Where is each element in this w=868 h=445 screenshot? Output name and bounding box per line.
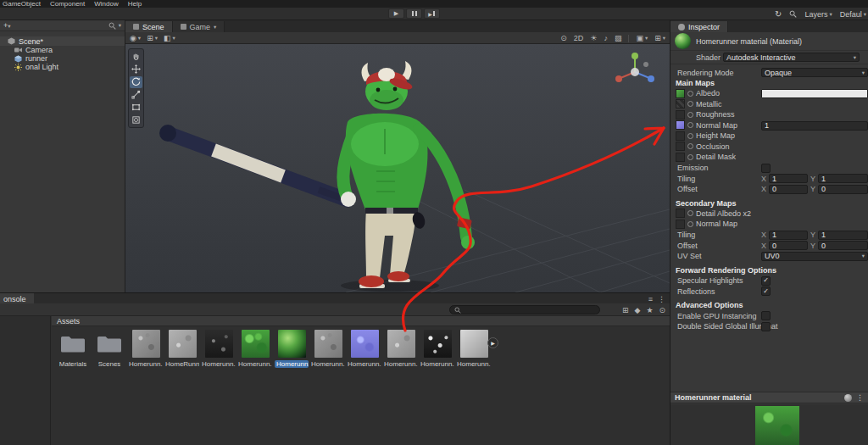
menu-component[interactable]: Component: [50, 0, 85, 8]
chevron-down-icon[interactable]: ▾: [119, 22, 121, 29]
texture-picker-dot[interactable]: [687, 210, 693, 216]
scale-tool[interactable]: [130, 89, 142, 101]
emission-checkbox[interactable]: [761, 164, 771, 173]
audio-toggle-icon[interactable]: ♪: [604, 34, 608, 42]
uv-set-dropdown[interactable]: UV0 ▾: [761, 252, 868, 261]
asset-item-model[interactable]: ▶ Homerunn...: [457, 328, 491, 382]
height-map-texture-slot[interactable]: [676, 131, 685, 141]
search-input[interactable]: [464, 306, 595, 314]
search-icon[interactable]: [108, 22, 116, 30]
hierarchy-item-homerunner[interactable]: runner: [0, 54, 125, 63]
effects-toggle-icon[interactable]: ▨: [615, 34, 622, 42]
albedo-texture-slot[interactable]: [676, 89, 685, 98]
menu-help[interactable]: Help: [128, 0, 142, 8]
hand-tool[interactable]: [130, 51, 142, 63]
asset-item-texture[interactable]: Homerunn...: [384, 328, 418, 382]
menu-icon[interactable]: ≡: [648, 295, 653, 303]
rendering-mode-dropdown[interactable]: Opaque ▾: [761, 68, 868, 77]
move-tool[interactable]: [130, 64, 142, 75]
specular-highlights-checkbox[interactable]: ✓: [761, 276, 771, 286]
rotate-tool[interactable]: [130, 76, 142, 88]
step-button[interactable]: ▶: [424, 8, 440, 19]
asset-item-normal-map[interactable]: Homerunn...: [348, 328, 381, 382]
texture-picker-dot[interactable]: [687, 91, 693, 97]
texture-picker-dot[interactable]: [687, 133, 693, 139]
detail-mask-texture-slot[interactable]: [676, 153, 685, 162]
texture-picker-dot[interactable]: [687, 112, 693, 118]
gpu-instancing-checkbox[interactable]: [761, 311, 771, 320]
asset-item-texture[interactable]: HomeRunn...: [165, 328, 199, 382]
scene-orientation-gizmo[interactable]: [612, 49, 658, 95]
rect-tool[interactable]: [130, 102, 142, 114]
shading-dropdown[interactable]: ◧▾: [164, 34, 175, 42]
sync-icon[interactable]: ↻: [775, 9, 782, 19]
add-dropdown[interactable]: +▾: [3, 21, 11, 30]
view-options-dropdown[interactable]: ⊞▾: [147, 34, 158, 42]
layers-dropdown[interactable]: Layers▾: [804, 10, 832, 19]
sec-offset-x-field[interactable]: 0: [769, 241, 808, 250]
asset-item-texture[interactable]: Homerunn...: [420, 328, 454, 382]
play-button[interactable]: ▶: [388, 8, 404, 19]
hierarchy-scene-header[interactable]: Scene*: [0, 36, 125, 46]
pause-button[interactable]: [406, 8, 422, 19]
texture-picker-dot[interactable]: [687, 221, 693, 227]
kebab-icon[interactable]: ⋮: [658, 295, 665, 303]
reflections-checkbox[interactable]: ✓: [761, 286, 771, 296]
normal-map-scale-field[interactable]: 1: [761, 121, 868, 131]
asset-item-scenes-folder[interactable]: Scenes: [92, 328, 126, 382]
tab-game[interactable]: Game ▾: [173, 21, 225, 32]
gizmos-dropdown[interactable]: ⊞▾: [654, 34, 665, 42]
asset-item-material-selected[interactable]: Homerunn...: [275, 328, 309, 382]
texture-picker-dot[interactable]: [687, 143, 693, 149]
asset-item-texture[interactable]: Homerunn...: [129, 328, 163, 382]
project-folder-tree[interactable]: [0, 316, 51, 445]
asset-item-texture[interactable]: Homerunn...: [238, 328, 272, 382]
main-offset-y-field[interactable]: 0: [818, 185, 868, 194]
asset-item-materials-folder[interactable]: Materials: [56, 328, 90, 382]
main-tiling-x-field[interactable]: 1: [769, 174, 808, 183]
lighting-toggle-icon[interactable]: ☀: [590, 34, 597, 42]
transform-tool[interactable]: [130, 114, 142, 126]
asset-item-texture[interactable]: Homerunn...: [202, 328, 236, 382]
hierarchy-item-directional-light[interactable]: onal Light: [0, 63, 125, 71]
material-preview-header[interactable]: Homerunner material ⋮: [670, 392, 868, 403]
sec-tiling-y-field[interactable]: 1: [818, 231, 868, 240]
favorites-icon[interactable]: ★: [646, 306, 653, 314]
kebab-icon[interactable]: ⋮: [856, 393, 864, 402]
play-badge-icon[interactable]: ▶: [487, 337, 498, 348]
double-sided-gi-checkbox[interactable]: [761, 322, 771, 331]
normal-map-texture-slot[interactable]: [676, 120, 685, 130]
roughness-texture-slot[interactable]: [676, 110, 685, 120]
shader-dropdown[interactable]: Autodesk Interactive ▾: [723, 53, 860, 62]
menu-window[interactable]: Window: [94, 0, 118, 8]
metallic-texture-slot[interactable]: [676, 99, 685, 108]
occlusion-texture-slot[interactable]: [676, 142, 685, 151]
scene-visibility-icon[interactable]: ⊙: [560, 34, 567, 42]
visibility-icon[interactable]: ⊙: [659, 306, 665, 314]
main-tiling-y-field[interactable]: 1: [818, 174, 868, 183]
albedo-color-swatch[interactable]: [761, 89, 868, 98]
search-icon[interactable]: [789, 10, 797, 18]
asset-item-texture[interactable]: Homerunn...: [311, 328, 345, 382]
sec-tiling-x-field[interactable]: 1: [769, 231, 808, 240]
scene-viewport[interactable]: [125, 44, 670, 292]
layout-dropdown[interactable]: Defaul▾: [840, 10, 866, 19]
tab-scene[interactable]: Scene: [125, 21, 173, 32]
hierarchy-item-camera[interactable]: Camera: [0, 46, 125, 54]
grid-view-icon[interactable]: ⊞: [622, 306, 629, 314]
camera-dropdown[interactable]: ▣▾: [636, 34, 648, 42]
texture-picker-dot[interactable]: [687, 122, 693, 128]
preview-sphere-icon[interactable]: [844, 394, 852, 402]
texture-picker-dot[interactable]: [687, 154, 693, 160]
project-search[interactable]: [449, 305, 600, 314]
tab-inspector[interactable]: Inspector: [670, 21, 728, 32]
detail-albedo-texture-slot[interactable]: [676, 209, 685, 218]
main-offset-x-field[interactable]: 0: [769, 185, 808, 194]
sec-offset-y-field[interactable]: 0: [818, 241, 868, 250]
scene-character-homerunner[interactable]: [159, 61, 475, 292]
2d-toggle[interactable]: 2D: [574, 34, 584, 42]
texture-picker-dot[interactable]: [687, 101, 693, 107]
label-icon[interactable]: ◆: [634, 306, 640, 314]
menu-gameobject[interactable]: GameObject: [3, 0, 41, 8]
draw-mode-dropdown[interactable]: ◉▾: [130, 34, 141, 42]
